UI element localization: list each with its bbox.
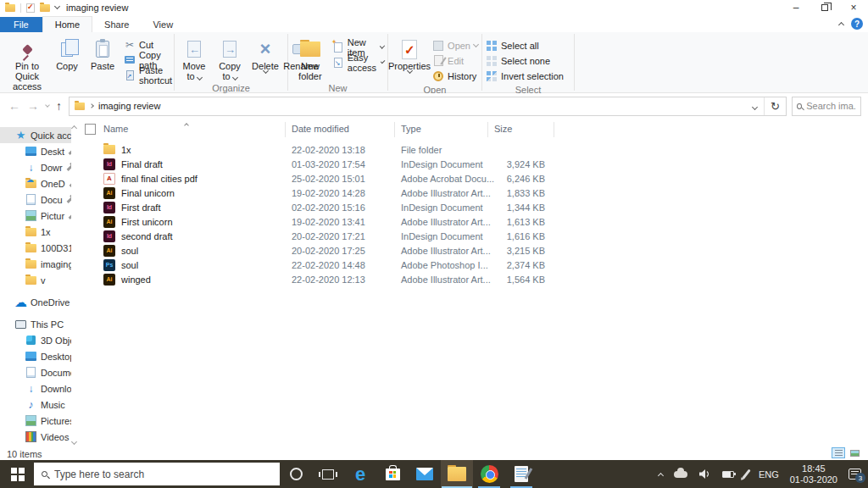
- file-explorer-button[interactable]: [441, 460, 473, 488]
- breadcrumb-box[interactable]: imaging review ↻: [69, 97, 787, 116]
- file-row[interactable]: Afinal final cities pdf 25-02-2020 15:01…: [78, 171, 868, 186]
- collapse-ribbon-icon[interactable]: [838, 22, 844, 28]
- notepad-icon: [515, 466, 528, 482]
- start-button[interactable]: [0, 460, 34, 488]
- pen-icon[interactable]: [743, 469, 751, 480]
- column-header-type[interactable]: Type: [401, 124, 421, 134]
- new-folder-button[interactable]: New folder: [292, 36, 329, 83]
- open-button[interactable]: Open: [432, 39, 478, 52]
- pin-to-quick-access-button[interactable]: Pin to Quick access: [5, 36, 49, 93]
- customize-qat-chevron-icon[interactable]: [54, 3, 60, 9]
- notepad-button[interactable]: [505, 460, 537, 488]
- sidebar-item-documents[interactable]: Docume: [0, 364, 71, 380]
- thumbnail-view-button[interactable]: [848, 447, 861, 458]
- properties-quick-icon[interactable]: [26, 3, 35, 13]
- paste-button[interactable]: Paste: [85, 36, 120, 73]
- paste-shortcut-button[interactable]: Paste shortcut: [124, 69, 172, 81]
- breadcrumb-current[interactable]: imaging review: [98, 101, 160, 111]
- recent-locations-chevron-icon[interactable]: [45, 103, 50, 108]
- sidebar-item-desktop[interactable]: Desktop: [0, 348, 71, 364]
- cortana-icon: [290, 468, 303, 480]
- details-view-button[interactable]: [832, 447, 845, 458]
- sidebar-item-desktop-pinned[interactable]: Deskt: [0, 143, 71, 159]
- copy-button[interactable]: Copy: [49, 36, 85, 73]
- taskbar-search-input[interactable]: [54, 469, 272, 480]
- sidebar-item-documents-pinned[interactable]: Docu: [0, 191, 71, 208]
- battery-icon[interactable]: [722, 471, 734, 478]
- file-row[interactable]: Pssoul 22-02-2020 14:48Adobe Photoshop I…: [78, 258, 868, 272]
- help-icon[interactable]: ?: [851, 18, 863, 30]
- minimize-button[interactable]: –: [782, 0, 810, 15]
- file-row[interactable]: Aisoul 20-02-2020 17:25Adobe Illustrator…: [78, 243, 868, 258]
- file-row[interactable]: IdFirst draft 02-02-2020 15:16InDesign D…: [78, 200, 868, 214]
- close-button[interactable]: ×: [839, 0, 868, 15]
- sidebar-scroll-up-icon[interactable]: [71, 125, 77, 131]
- clock[interactable]: 18:45 01-03-2020: [790, 463, 837, 485]
- volume-icon[interactable]: [698, 469, 711, 480]
- file-row[interactable]: IdFinal draft 01-03-2020 17:54InDesign D…: [78, 157, 868, 171]
- explorer-search-box[interactable]: [792, 97, 861, 116]
- easy-access-button[interactable]: Easy access: [332, 56, 384, 69]
- sidebar-item-music[interactable]: ♪ Music: [0, 396, 71, 413]
- new-folder-quick-icon[interactable]: [40, 4, 50, 12]
- sidebar-item-3d-objects[interactable]: 3D Obje: [0, 332, 71, 348]
- sidebar-item-onedrive[interactable]: ☁ OneDrive: [0, 294, 71, 310]
- properties-button[interactable]: Properties: [390, 36, 429, 75]
- history-button[interactable]: History: [432, 69, 478, 82]
- column-header-size[interactable]: Size: [494, 124, 512, 134]
- delete-button[interactable]: × Delete: [248, 36, 283, 75]
- sidebar-item-downloads[interactable]: ↓ Downloa: [0, 380, 71, 396]
- move-to-icon: [187, 41, 201, 58]
- select-all-button[interactable]: Select all: [486, 39, 564, 52]
- tab-view[interactable]: View: [141, 17, 185, 32]
- mail-button[interactable]: [409, 460, 441, 488]
- refresh-button[interactable]: ↻: [764, 97, 786, 115]
- onedrive-tray-icon[interactable]: [674, 471, 687, 478]
- sidebar-item-1x[interactable]: 1x: [0, 224, 71, 240]
- 3d-objects-icon: [26, 336, 36, 345]
- sidebar-item-videos[interactable]: Videos: [0, 429, 71, 445]
- sidebar-item-imaging[interactable]: imaging: [0, 256, 71, 272]
- sidebar-item-quick-access[interactable]: ★ Quick access: [0, 127, 71, 143]
- explorer-search-input[interactable]: [806, 101, 856, 111]
- sidebar-item-onedrive-pinned[interactable]: OneD: [0, 175, 71, 191]
- restore-button[interactable]: [810, 0, 839, 15]
- select-all-checkbox[interactable]: [85, 124, 96, 135]
- tab-home[interactable]: Home: [42, 16, 92, 32]
- column-header-date[interactable]: Date modified: [292, 124, 349, 134]
- edge-button[interactable]: e: [344, 460, 376, 488]
- file-row[interactable]: AiFirst unicorn 19-02-2020 13:41Adobe Il…: [78, 214, 868, 229]
- store-button[interactable]: [376, 460, 409, 488]
- select-none-button[interactable]: Select none: [486, 54, 564, 67]
- sidebar-item-pictures[interactable]: Pictures: [0, 413, 71, 429]
- back-button[interactable]: ←: [8, 99, 20, 113]
- invert-selection-button[interactable]: Invert selection: [486, 69, 564, 82]
- sidebar-item-downloads-pinned[interactable]: ↓ Dowr: [0, 159, 71, 175]
- sidebar-item-v[interactable]: v: [0, 272, 71, 288]
- tab-share[interactable]: Share: [92, 17, 141, 32]
- file-row[interactable]: Aiwinged 22-02-2020 12:13Adobe Illustrat…: [78, 272, 868, 286]
- sidebar-item-pictures-pinned[interactable]: Pictur: [0, 208, 71, 224]
- edit-button[interactable]: Edit: [432, 54, 478, 67]
- up-button[interactable]: ↑: [56, 99, 62, 113]
- taskbar-search-box[interactable]: [34, 463, 280, 485]
- tab-file[interactable]: File: [0, 17, 42, 32]
- copy-to-button[interactable]: Copy to: [212, 36, 248, 83]
- move-to-button[interactable]: Move to: [176, 36, 212, 83]
- sidebar-item-this-pc[interactable]: This PC: [0, 316, 71, 332]
- file-row[interactable]: AiFinal unicorn 19-02-2020 14:28Adobe Il…: [78, 186, 868, 200]
- address-dropdown-icon[interactable]: [745, 101, 764, 111]
- chrome-button[interactable]: [473, 460, 505, 488]
- language-indicator[interactable]: ENG: [759, 469, 779, 480]
- tray-expand-chevron-icon[interactable]: [658, 472, 664, 478]
- forward-button[interactable]: →: [27, 99, 39, 113]
- task-view-button[interactable]: [312, 460, 344, 488]
- sidebar-scroll-down-icon[interactable]: [71, 439, 77, 445]
- file-row[interactable]: Idsecond draft 20-02-2020 17:21InDesign …: [78, 229, 868, 243]
- file-row[interactable]: 1x 22-02-2020 13:18File folder: [78, 142, 868, 157]
- cortana-button[interactable]: [280, 460, 312, 488]
- sidebar-item-100d310[interactable]: 100D310: [0, 240, 71, 256]
- notification-center-button[interactable]: 3: [849, 469, 861, 480]
- column-header-name[interactable]: Name: [103, 124, 128, 134]
- paste-icon: [96, 41, 109, 58]
